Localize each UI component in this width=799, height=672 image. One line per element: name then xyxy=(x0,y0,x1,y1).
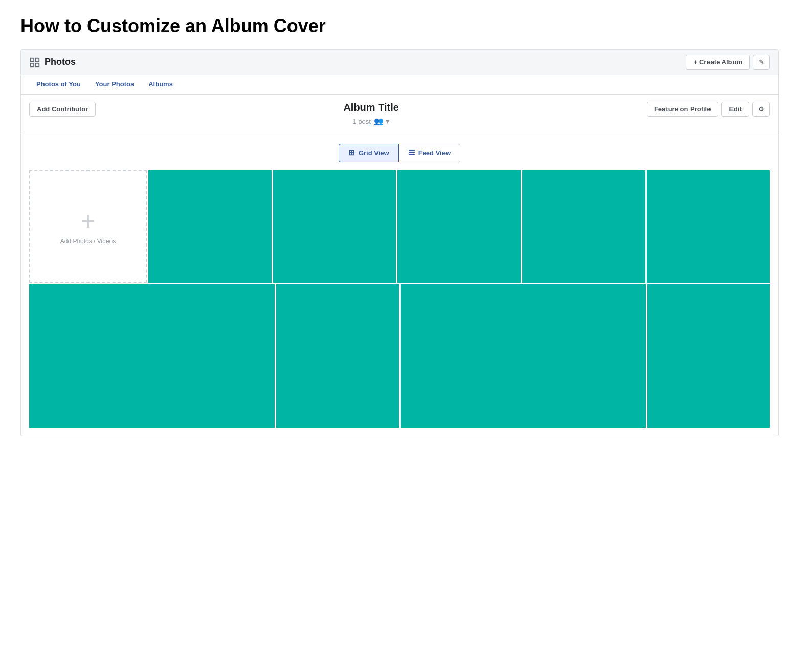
photo-tile-1[interactable] xyxy=(148,170,272,283)
feed-icon: ☰ xyxy=(408,148,415,158)
album-meta: 1 post 👥 ▾ xyxy=(106,117,636,126)
svg-rect-3 xyxy=(36,63,39,66)
add-photos-cell[interactable]: + Add Photos / Videos xyxy=(29,170,147,283)
photo-tile-4[interactable] xyxy=(522,170,646,283)
svg-rect-2 xyxy=(31,63,34,66)
edit-pencil-button[interactable]: ✎ xyxy=(753,55,770,70)
view-toggle: ⊞ Grid View ☰ Feed View xyxy=(21,133,778,170)
add-contributor-button[interactable]: Add Contributor xyxy=(29,102,96,117)
grid-icon: ⊞ xyxy=(348,148,355,158)
photo-tile-2[interactable] xyxy=(273,170,396,283)
feed-view-label: Feed View xyxy=(418,149,451,157)
svg-rect-0 xyxy=(31,58,34,61)
nav-your-photos[interactable]: Your Photos xyxy=(88,75,141,94)
header-actions: + Create Album ✎ xyxy=(686,55,770,70)
panel-nav: Photos of You Your Photos Albums xyxy=(21,75,778,95)
photo-tile-6[interactable] xyxy=(29,284,275,428)
panel-header: Photos + Create Album ✎ xyxy=(21,50,778,75)
page-title: How to Customize an Album Cover xyxy=(20,15,779,37)
photo-tile-5[interactable] xyxy=(647,170,770,283)
facebook-panel: Photos + Create Album ✎ Photos of You Yo… xyxy=(20,49,779,436)
photos-section-title: Photos xyxy=(29,57,76,68)
nav-albums[interactable]: Albums xyxy=(141,75,180,94)
photo-tile-9[interactable] xyxy=(647,284,770,428)
settings-button[interactable]: ⚙ xyxy=(752,102,770,117)
grid-row-2 xyxy=(29,284,770,428)
add-photos-label: Add Photos / Videos xyxy=(60,238,116,245)
album-post-count: 1 post xyxy=(352,118,370,125)
nav-photos-of-you[interactable]: Photos of You xyxy=(29,75,88,94)
grid-row-1: + Add Photos / Videos xyxy=(29,170,770,283)
grid-view-button[interactable]: ⊞ Grid View xyxy=(339,144,399,162)
album-title: Album Title xyxy=(106,102,636,114)
edit-button[interactable]: Edit xyxy=(721,102,749,117)
photo-grid: + Add Photos / Videos xyxy=(21,170,778,436)
album-right-actions: Feature on Profile Edit ⚙ xyxy=(647,102,770,117)
add-photos-plus-icon: + xyxy=(80,208,95,234)
svg-rect-1 xyxy=(36,58,39,61)
photo-tile-3[interactable] xyxy=(397,170,521,283)
photos-label: Photos xyxy=(45,57,76,68)
create-album-button[interactable]: + Create Album xyxy=(686,55,750,70)
photo-tile-7[interactable] xyxy=(276,284,399,428)
photo-tile-8[interactable] xyxy=(401,284,646,428)
photos-icon xyxy=(29,57,40,68)
feed-view-button[interactable]: ☰ Feed View xyxy=(399,144,460,162)
album-info: Album Title 1 post 👥 ▾ xyxy=(96,102,647,126)
feature-on-profile-button[interactable]: Feature on Profile xyxy=(647,102,719,117)
album-controls: Add Contributor Album Title 1 post 👥 ▾ F… xyxy=(21,95,778,133)
grid-view-label: Grid View xyxy=(359,149,389,157)
audience-icon[interactable]: 👥 ▾ xyxy=(374,117,390,126)
